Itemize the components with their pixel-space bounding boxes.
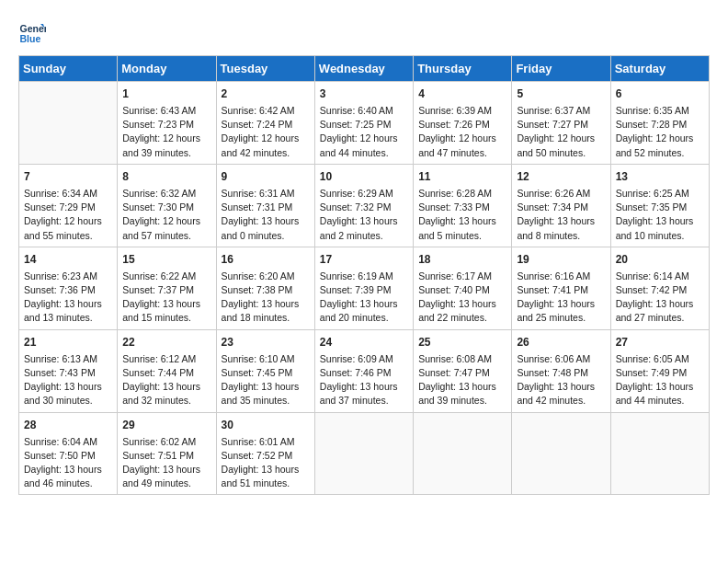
day-detail: Sunrise: 6:16 AMSunset: 7:41 PMDaylight:… bbox=[517, 270, 605, 326]
calendar-cell bbox=[19, 82, 118, 165]
day-detail: Sunrise: 6:09 AMSunset: 7:46 PMDaylight:… bbox=[320, 352, 408, 408]
day-number: 11 bbox=[418, 168, 506, 185]
weekday-header: Wednesday bbox=[314, 56, 413, 82]
calendar-cell bbox=[610, 412, 709, 495]
day-number: 29 bbox=[122, 417, 210, 433]
logo: General Blue bbox=[18, 18, 50, 46]
day-detail: Sunrise: 6:12 AMSunset: 7:44 PMDaylight:… bbox=[122, 352, 210, 408]
day-number: 2 bbox=[222, 86, 310, 102]
day-detail: Sunrise: 6:20 AMSunset: 7:38 PMDaylight:… bbox=[222, 270, 310, 326]
day-detail: Sunrise: 6:13 AMSunset: 7:43 PMDaylight:… bbox=[24, 352, 112, 408]
weekday-header: Thursday bbox=[414, 56, 512, 82]
calendar-cell: 20Sunrise: 6:14 AMSunset: 7:42 PMDayligh… bbox=[610, 247, 709, 329]
day-detail: Sunrise: 6:40 AMSunset: 7:25 PMDaylight:… bbox=[320, 104, 408, 160]
calendar-table: SundayMondayTuesdayWednesdayThursdayFrid… bbox=[18, 55, 710, 495]
calendar-cell: 22Sunrise: 6:12 AMSunset: 7:44 PMDayligh… bbox=[118, 329, 216, 412]
calendar-cell: 10Sunrise: 6:29 AMSunset: 7:32 PMDayligh… bbox=[314, 164, 413, 247]
day-number: 21 bbox=[24, 334, 112, 350]
week-row: 7Sunrise: 6:34 AMSunset: 7:29 PMDaylight… bbox=[19, 164, 710, 247]
day-detail: Sunrise: 6:17 AMSunset: 7:40 PMDaylight:… bbox=[418, 270, 506, 326]
day-number: 6 bbox=[616, 86, 704, 102]
calendar-cell: 4Sunrise: 6:39 AMSunset: 7:26 PMDaylight… bbox=[414, 82, 512, 165]
day-detail: Sunrise: 6:37 AMSunset: 7:27 PMDaylight:… bbox=[517, 104, 605, 160]
day-number: 16 bbox=[222, 251, 310, 268]
day-number: 17 bbox=[320, 251, 408, 268]
day-number: 26 bbox=[517, 334, 605, 350]
calendar-cell: 14Sunrise: 6:23 AMSunset: 7:36 PMDayligh… bbox=[19, 247, 118, 329]
day-number: 20 bbox=[616, 251, 704, 268]
week-row: 21Sunrise: 6:13 AMSunset: 7:43 PMDayligh… bbox=[19, 329, 710, 412]
week-row: 1Sunrise: 6:43 AMSunset: 7:23 PMDaylight… bbox=[19, 82, 710, 165]
calendar-cell: 1Sunrise: 6:43 AMSunset: 7:23 PMDaylight… bbox=[118, 82, 216, 165]
calendar-cell: 25Sunrise: 6:08 AMSunset: 7:47 PMDayligh… bbox=[414, 329, 512, 412]
calendar-cell: 8Sunrise: 6:32 AMSunset: 7:30 PMDaylight… bbox=[118, 164, 216, 247]
day-detail: Sunrise: 6:42 AMSunset: 7:24 PMDaylight:… bbox=[222, 104, 310, 160]
weekday-header: Tuesday bbox=[216, 56, 314, 82]
calendar-cell: 19Sunrise: 6:16 AMSunset: 7:41 PMDayligh… bbox=[512, 247, 610, 329]
calendar-cell: 23Sunrise: 6:10 AMSunset: 7:45 PMDayligh… bbox=[216, 329, 314, 412]
weekday-header: Sunday bbox=[19, 56, 118, 82]
calendar-cell: 13Sunrise: 6:25 AMSunset: 7:35 PMDayligh… bbox=[610, 164, 709, 247]
day-number: 14 bbox=[24, 251, 112, 268]
day-detail: Sunrise: 6:02 AMSunset: 7:51 PMDaylight:… bbox=[122, 435, 210, 491]
calendar-cell: 24Sunrise: 6:09 AMSunset: 7:46 PMDayligh… bbox=[314, 329, 413, 412]
day-detail: Sunrise: 6:34 AMSunset: 7:29 PMDaylight:… bbox=[24, 187, 112, 243]
day-detail: Sunrise: 6:29 AMSunset: 7:32 PMDaylight:… bbox=[320, 187, 408, 243]
weekday-header: Saturday bbox=[610, 56, 709, 82]
day-detail: Sunrise: 6:19 AMSunset: 7:39 PMDaylight:… bbox=[320, 270, 408, 326]
calendar-cell bbox=[414, 412, 512, 495]
day-number: 3 bbox=[320, 86, 408, 102]
day-detail: Sunrise: 6:31 AMSunset: 7:31 PMDaylight:… bbox=[222, 187, 310, 243]
calendar-cell: 26Sunrise: 6:06 AMSunset: 7:48 PMDayligh… bbox=[512, 329, 610, 412]
weekday-header: Friday bbox=[512, 56, 610, 82]
calendar-cell: 7Sunrise: 6:34 AMSunset: 7:29 PMDaylight… bbox=[19, 164, 118, 247]
calendar-cell: 28Sunrise: 6:04 AMSunset: 7:50 PMDayligh… bbox=[19, 412, 118, 495]
day-number: 19 bbox=[517, 251, 605, 268]
day-number: 13 bbox=[616, 168, 704, 185]
day-detail: Sunrise: 6:43 AMSunset: 7:23 PMDaylight:… bbox=[122, 104, 210, 160]
day-detail: Sunrise: 6:32 AMSunset: 7:30 PMDaylight:… bbox=[122, 187, 210, 243]
day-detail: Sunrise: 6:26 AMSunset: 7:34 PMDaylight:… bbox=[517, 187, 605, 243]
calendar-cell bbox=[512, 412, 610, 495]
week-row: 28Sunrise: 6:04 AMSunset: 7:50 PMDayligh… bbox=[19, 412, 710, 495]
day-detail: Sunrise: 6:08 AMSunset: 7:47 PMDaylight:… bbox=[418, 352, 506, 408]
day-number: 10 bbox=[320, 168, 408, 185]
page-header: General Blue bbox=[18, 18, 710, 46]
day-detail: Sunrise: 6:14 AMSunset: 7:42 PMDaylight:… bbox=[616, 270, 704, 326]
day-number: 8 bbox=[122, 168, 210, 185]
calendar-cell: 5Sunrise: 6:37 AMSunset: 7:27 PMDaylight… bbox=[512, 82, 610, 165]
calendar-cell bbox=[314, 412, 413, 495]
day-detail: Sunrise: 6:25 AMSunset: 7:35 PMDaylight:… bbox=[616, 187, 704, 243]
day-detail: Sunrise: 6:35 AMSunset: 7:28 PMDaylight:… bbox=[616, 104, 704, 160]
day-detail: Sunrise: 6:06 AMSunset: 7:48 PMDaylight:… bbox=[517, 352, 605, 408]
calendar-cell: 12Sunrise: 6:26 AMSunset: 7:34 PMDayligh… bbox=[512, 164, 610, 247]
calendar-cell: 29Sunrise: 6:02 AMSunset: 7:51 PMDayligh… bbox=[118, 412, 216, 495]
day-detail: Sunrise: 6:39 AMSunset: 7:26 PMDaylight:… bbox=[418, 104, 506, 160]
calendar-cell: 9Sunrise: 6:31 AMSunset: 7:31 PMDaylight… bbox=[216, 164, 314, 247]
day-number: 27 bbox=[616, 334, 704, 350]
calendar-cell: 27Sunrise: 6:05 AMSunset: 7:49 PMDayligh… bbox=[610, 329, 709, 412]
day-detail: Sunrise: 6:05 AMSunset: 7:49 PMDaylight:… bbox=[616, 352, 704, 408]
calendar-cell: 11Sunrise: 6:28 AMSunset: 7:33 PMDayligh… bbox=[414, 164, 512, 247]
day-number: 25 bbox=[418, 334, 506, 350]
logo-icon: General Blue bbox=[18, 18, 46, 46]
calendar-cell: 15Sunrise: 6:22 AMSunset: 7:37 PMDayligh… bbox=[118, 247, 216, 329]
calendar-cell: 6Sunrise: 6:35 AMSunset: 7:28 PMDaylight… bbox=[610, 82, 709, 165]
day-number: 18 bbox=[418, 251, 506, 268]
svg-text:Blue: Blue bbox=[20, 33, 41, 44]
day-detail: Sunrise: 6:23 AMSunset: 7:36 PMDaylight:… bbox=[24, 270, 112, 326]
day-number: 22 bbox=[122, 334, 210, 350]
calendar-cell: 21Sunrise: 6:13 AMSunset: 7:43 PMDayligh… bbox=[19, 329, 118, 412]
day-number: 7 bbox=[24, 168, 112, 185]
day-detail: Sunrise: 6:04 AMSunset: 7:50 PMDaylight:… bbox=[24, 435, 112, 491]
calendar-cell: 18Sunrise: 6:17 AMSunset: 7:40 PMDayligh… bbox=[414, 247, 512, 329]
day-number: 28 bbox=[24, 417, 112, 433]
day-number: 1 bbox=[122, 86, 210, 102]
day-number: 30 bbox=[222, 417, 310, 433]
calendar-cell: 2Sunrise: 6:42 AMSunset: 7:24 PMDaylight… bbox=[216, 82, 314, 165]
day-number: 12 bbox=[517, 168, 605, 185]
day-detail: Sunrise: 6:10 AMSunset: 7:45 PMDaylight:… bbox=[222, 352, 310, 408]
calendar-cell: 30Sunrise: 6:01 AMSunset: 7:52 PMDayligh… bbox=[216, 412, 314, 495]
header-row: SundayMondayTuesdayWednesdayThursdayFrid… bbox=[19, 56, 710, 82]
calendar-cell: 3Sunrise: 6:40 AMSunset: 7:25 PMDaylight… bbox=[314, 82, 413, 165]
